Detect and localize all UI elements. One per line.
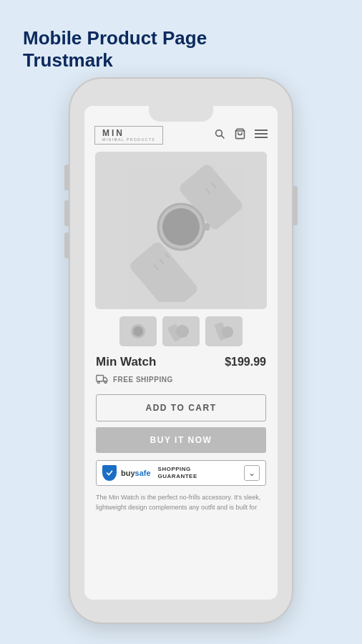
buysafe-expand-button[interactable]: ⌄ (244, 465, 260, 481)
svg-point-23 (97, 381, 99, 384)
buy-it-now-button[interactable]: BUY IT NOW (96, 427, 266, 453)
svg-rect-10 (202, 223, 210, 230)
nav-icons (214, 128, 268, 142)
product-info: Min Watch $199.99 FREE SHIPPING ADD TO C… (84, 355, 278, 493)
shipping-text: FREE SHIPPING (113, 376, 173, 384)
product-title-row: Min Watch $199.99 (96, 355, 266, 369)
truck-icon (96, 374, 109, 386)
buysafe-shield-icon (102, 465, 117, 481)
logo-text-sub: MINIMAL PRODUCTS (102, 138, 155, 142)
thumbnail-3[interactable] (205, 316, 243, 346)
svg-point-24 (104, 381, 107, 384)
cart-icon[interactable] (234, 128, 246, 142)
phone-notch (149, 106, 213, 122)
svg-line-1 (221, 135, 224, 138)
svg-rect-22 (97, 376, 104, 381)
product-image-main (95, 152, 267, 309)
phone-screen: MIN MINIMAL PRODUCTS (84, 106, 278, 600)
thumbnail-1[interactable] (119, 316, 157, 346)
svg-point-21 (222, 326, 233, 338)
buysafe-tagline: SHOPPING GUARANTEE (158, 466, 197, 481)
svg-point-9 (162, 208, 200, 245)
thumbnail-2[interactable] (162, 316, 200, 346)
page-title: Mobile Product Page Trustmark (23, 27, 207, 72)
svg-point-19 (176, 325, 189, 338)
phone-mockup: MIN MINIMAL PRODUCTS (70, 79, 292, 623)
buysafe-badge: buybuysafesafe SHOPPING GUARANTEE ⌄ (96, 460, 266, 486)
product-price: $199.99 (225, 356, 266, 369)
search-icon[interactable] (214, 128, 225, 142)
product-description: The Min Watch is the perfect no-frills a… (84, 493, 278, 512)
product-name: Min Watch (96, 355, 156, 369)
thumbnail-row (84, 316, 278, 346)
menu-icon[interactable] (255, 129, 268, 142)
logo-text-main: MIN (102, 129, 155, 137)
svg-point-17 (133, 326, 143, 336)
buysafe-logo: buybuysafesafe (121, 469, 151, 477)
buysafe-left: buybuysafesafe SHOPPING GUARANTEE (102, 465, 197, 481)
store-logo: MIN MINIMAL PRODUCTS (94, 126, 163, 145)
add-to-cart-button[interactable]: ADD TO CART (96, 394, 266, 421)
shipping-row: FREE SHIPPING (96, 374, 266, 386)
